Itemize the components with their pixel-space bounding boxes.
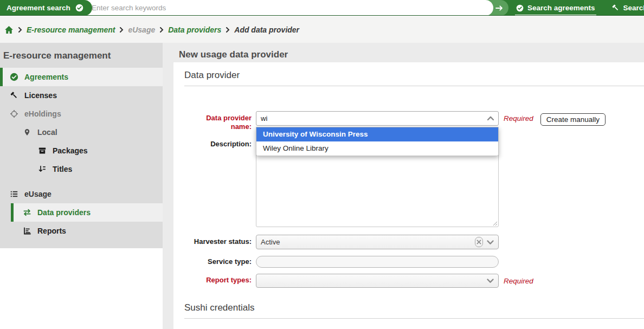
sidebar-item-eusage[interactable]: eUsage bbox=[0, 185, 163, 203]
harvester-status-select[interactable]: Active bbox=[256, 235, 499, 249]
list-icon bbox=[10, 190, 18, 198]
agreement-search-label: Agreement search bbox=[7, 4, 70, 12]
report-types-select[interactable] bbox=[256, 274, 499, 288]
form-row-harvester-status: Harvester status: Active bbox=[184, 235, 644, 249]
service-type-input[interactable] bbox=[256, 256, 499, 268]
sidebar-item-label: eUsage bbox=[24, 190, 51, 198]
sidebar-title: E-resource management bbox=[0, 43, 163, 68]
chevron-down-icon bbox=[486, 277, 495, 285]
search-agreements-label: Search agreements bbox=[527, 4, 595, 12]
main-content: New usage data provider Data provider Da… bbox=[163, 43, 644, 329]
top-navigation: Search agreements Search licenses bbox=[515, 0, 644, 16]
sidebar-item-licenses[interactable]: Licenses bbox=[0, 86, 163, 105]
home-icon[interactable] bbox=[4, 25, 14, 34]
sidebar: E-resource management Agreements License… bbox=[0, 43, 163, 248]
form-row-name: Data provider name: University of Wiscon… bbox=[184, 111, 644, 131]
sidebar-item-label: Titles bbox=[53, 165, 72, 173]
breadcrumb-eusage[interactable]: eUsage bbox=[128, 25, 155, 34]
sidebar-item-label: Data providers bbox=[37, 208, 91, 217]
resize-handle-icon[interactable] bbox=[493, 221, 498, 226]
location-pin-icon bbox=[23, 128, 31, 137]
check-circle-icon bbox=[516, 4, 524, 12]
harvester-status-control: Active bbox=[256, 235, 499, 249]
archive-box-icon bbox=[38, 146, 47, 155]
name-combobox: University of Wisconsin Press Wiley Onli… bbox=[256, 111, 499, 131]
name-suggestions-dropdown: University of Wisconsin Press Wiley Onli… bbox=[256, 127, 499, 156]
gavel-icon bbox=[10, 91, 18, 100]
chevron-right-icon bbox=[159, 27, 164, 33]
arrow-right-icon bbox=[495, 4, 504, 12]
search-agreements-link[interactable]: Search agreements bbox=[515, 0, 596, 16]
section-heading-data-provider: Data provider bbox=[184, 62, 644, 86]
breadcrumb: E-resource management eUsage Data provid… bbox=[0, 16, 644, 43]
name-required-text: Required bbox=[504, 113, 533, 122]
sidebar-item-reports[interactable]: Reports bbox=[0, 222, 163, 240]
breadcrumb-data-providers[interactable]: Data providers bbox=[168, 25, 221, 34]
sidebar-item-data-providers[interactable]: Data providers bbox=[14, 203, 163, 222]
breadcrumb-add-data-provider: Add data provider bbox=[234, 25, 299, 34]
report-types-required-text: Required bbox=[504, 276, 533, 285]
sidebar-divider bbox=[0, 178, 163, 185]
check-circle-icon bbox=[75, 4, 83, 12]
form-row-service-type: Service type: bbox=[184, 256, 644, 268]
chart-icon bbox=[23, 227, 31, 235]
name-side: Required Create manually bbox=[504, 111, 606, 131]
page-title: New usage data provider bbox=[179, 49, 644, 60]
service-type-control bbox=[256, 256, 499, 268]
sidebar-item-agreements[interactable]: Agreements bbox=[0, 68, 163, 86]
search-licenses-label: Search licenses bbox=[623, 4, 644, 12]
name-label: Data provider name: bbox=[184, 111, 256, 131]
chevron-right-icon bbox=[226, 27, 230, 33]
section-heading-sushi-credentials: Sushi credentials bbox=[184, 295, 644, 319]
chevron-down-icon bbox=[486, 238, 495, 246]
search-licenses-link[interactable]: Search licenses bbox=[610, 0, 644, 16]
sidebar-item-packages[interactable]: Packages bbox=[0, 141, 163, 160]
service-type-label: Service type: bbox=[184, 256, 256, 268]
sort-icon bbox=[38, 165, 47, 173]
sidebar-item-label: Reports bbox=[37, 227, 66, 235]
form-row-report-types: Report types: Required bbox=[184, 274, 644, 288]
sidebar-item-label: Packages bbox=[53, 146, 88, 155]
breadcrumb-e-resource-management[interactable]: E-resource management bbox=[27, 25, 115, 34]
sidebar-item-label: Agreements bbox=[24, 73, 68, 81]
sidebar-item-label: Local bbox=[37, 128, 57, 137]
dropdown-option[interactable]: Wiley Online Library bbox=[256, 141, 498, 156]
sidebar-item-titles[interactable]: Titles bbox=[0, 160, 163, 178]
target-icon bbox=[10, 109, 18, 118]
clear-icon[interactable] bbox=[475, 237, 483, 247]
agreement-search-app-button[interactable]: Agreement search bbox=[0, 0, 92, 16]
sidebar-item-local[interactable]: Local bbox=[0, 123, 163, 141]
description-label: Description: bbox=[184, 135, 256, 227]
dropdown-option[interactable]: University of Wisconsin Press bbox=[256, 127, 498, 141]
transfer-arrows-icon bbox=[23, 209, 31, 216]
create-manually-button[interactable]: Create manually bbox=[540, 113, 606, 126]
name-input[interactable] bbox=[256, 111, 499, 126]
chevron-up-icon[interactable] bbox=[486, 114, 495, 122]
form-panel: Data provider Data provider name: Univer… bbox=[173, 62, 644, 329]
report-types-side: Required bbox=[504, 274, 533, 288]
global-search-field bbox=[84, 0, 493, 16]
chevron-right-icon bbox=[18, 27, 22, 33]
gavel-icon bbox=[611, 4, 620, 12]
harvester-status-value: Active bbox=[261, 238, 475, 246]
check-circle-icon bbox=[10, 73, 18, 81]
chevron-right-icon bbox=[119, 27, 124, 33]
data-provider-form: Data provider name: University of Wiscon… bbox=[173, 111, 644, 288]
report-types-control bbox=[256, 274, 499, 288]
sidebar-item-label: eHoldings bbox=[24, 109, 61, 118]
search-input[interactable] bbox=[92, 4, 468, 12]
sidebar-item-eholdings[interactable]: eHoldings bbox=[0, 105, 163, 123]
application-window: Agreement search Search agreements bbox=[0, 0, 644, 329]
top-search-bar: Agreement search Search agreements bbox=[0, 0, 644, 16]
report-types-label: Report types: bbox=[184, 274, 256, 288]
sidebar-item-label: Licenses bbox=[24, 91, 57, 100]
sidebar-active-wrap: Data providers bbox=[11, 203, 163, 222]
harvester-status-label: Harvester status: bbox=[184, 235, 256, 249]
